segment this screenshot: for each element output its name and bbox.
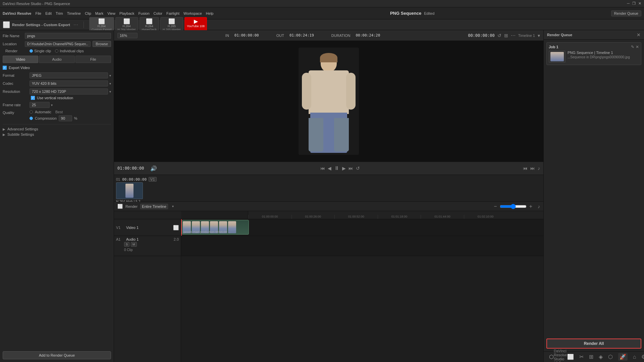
framerate-arrow-icon: ▾ bbox=[51, 103, 53, 107]
bottom-gear-icon[interactable]: ⚙ bbox=[641, 354, 644, 360]
menu-edit[interactable]: Edit bbox=[45, 11, 52, 15]
menu-color[interactable]: Color bbox=[154, 11, 162, 15]
timeline-settings-icon[interactable]: ⬜ bbox=[117, 204, 123, 209]
bottom-color-icon[interactable]: ⬡ bbox=[608, 354, 613, 360]
menu-workspace[interactable]: Workspace bbox=[183, 11, 202, 15]
menu-fusion[interactable]: Fusion bbox=[139, 11, 150, 15]
a1-num: 2.0 bbox=[174, 237, 179, 241]
skip-to-end-btn[interactable]: ⏭ bbox=[348, 166, 353, 171]
file-tab[interactable]: File bbox=[75, 56, 111, 63]
loop-btn[interactable]: ↺ bbox=[356, 166, 360, 171]
zoom-minus-btn[interactable]: − bbox=[494, 203, 497, 209]
location-input[interactable] bbox=[25, 41, 91, 47]
audio-track-top: A1 Audio 1 2.0 bbox=[116, 237, 179, 241]
file-name-label: File Name bbox=[3, 34, 23, 38]
codec-select[interactable]: YUV 420 8 bits bbox=[30, 80, 108, 86]
export-video-row: ✓ Export Video bbox=[3, 66, 111, 70]
grid-icon[interactable]: ⊞ bbox=[504, 33, 508, 38]
render-queue-button[interactable]: Render Queue bbox=[611, 10, 641, 16]
menu-timeline[interactable]: Timeline bbox=[67, 11, 81, 15]
top-right-icons: 00:00:00:00 ↺ ⊞ ⋯ Timeline 1 ▾ bbox=[468, 33, 540, 38]
video-clip[interactable]: pexels-mart-production-9558198 ... bbox=[182, 220, 249, 235]
solo-btn[interactable]: S bbox=[124, 242, 129, 247]
prev-frame-btn[interactable]: ◀ bbox=[328, 166, 331, 171]
settings-icon[interactable]: ⋯ bbox=[511, 33, 516, 38]
mute-btn[interactable]: M bbox=[131, 242, 137, 247]
single-clip-radio[interactable]: Single clip bbox=[30, 49, 51, 53]
preset-yt-label: YouTube 108 bbox=[187, 24, 205, 28]
individual-clips-radio[interactable]: Individual clips bbox=[55, 49, 84, 53]
subtitle-settings-header[interactable]: ▶ Subtitle Settings bbox=[3, 132, 111, 136]
volume-icon[interactable]: 🔊 bbox=[150, 165, 157, 172]
minimize-btn[interactable]: ─ bbox=[627, 1, 630, 6]
use-vertical-checkbox[interactable]: ✓ bbox=[31, 96, 35, 100]
timeline-dropdown-icon[interactable]: ▾ bbox=[538, 33, 540, 38]
menu-trim[interactable]: Trim bbox=[56, 11, 63, 15]
file-name-input[interactable] bbox=[25, 33, 111, 39]
prev-marker-btn[interactable]: ⏮ bbox=[523, 166, 528, 171]
audio-tab[interactable]: Audio bbox=[39, 56, 74, 63]
menu-mark[interactable]: Mark bbox=[95, 11, 103, 15]
edited-badge: Edited bbox=[424, 11, 434, 15]
close-btn[interactable]: ✕ bbox=[638, 1, 641, 6]
preset-hd-icon: ⬜ bbox=[146, 18, 153, 24]
render-queue-content: Job 1 ✎ ✕ PNG Sequence | Timeline 1 ...S… bbox=[544, 40, 644, 336]
preset-custom-label: H.264 bbox=[98, 24, 106, 28]
job-1-edit-btn[interactable]: ✎ bbox=[631, 45, 634, 49]
render-all-button[interactable]: Render All bbox=[546, 339, 641, 349]
restore-btn[interactable]: ❐ bbox=[632, 1, 636, 6]
panel-options-icon[interactable]: ⋯ bbox=[73, 22, 78, 27]
job-1-close-btn[interactable]: ✕ bbox=[636, 45, 639, 49]
menu-clip[interactable]: Clip bbox=[85, 11, 91, 15]
title-bar: DaVinci Resolve Studio - PNG Sequence ─ … bbox=[0, 0, 644, 7]
advanced-settings-header[interactable]: ▶ Advanced Settings bbox=[3, 127, 111, 131]
timecode-in-label: IN bbox=[225, 34, 229, 38]
framerate-select[interactable]: 25 24 30 bbox=[30, 102, 50, 108]
render-mode-select[interactable]: Entire Timeline In/Out Range bbox=[140, 204, 168, 209]
menu-file[interactable]: File bbox=[35, 11, 41, 15]
skip-to-start-btn[interactable]: ⏮ bbox=[320, 166, 325, 171]
window-controls[interactable]: ─ ❐ ✕ bbox=[627, 1, 641, 6]
ruler-tick-3: 01:01:18:00 bbox=[378, 215, 421, 219]
bottom-deliver-icon[interactable]: 🚀 bbox=[618, 353, 628, 361]
menu-view[interactable]: View bbox=[107, 11, 115, 15]
use-vertical-check-icon: ✓ bbox=[32, 96, 34, 100]
audio-icon[interactable]: ♪ bbox=[538, 166, 540, 171]
menu-playback[interactable]: Playback bbox=[119, 11, 135, 15]
render-label: Render bbox=[5, 49, 25, 53]
export-video-checkbox[interactable]: ✓ bbox=[3, 66, 7, 70]
job-1-detail: PNG Sequence | Timeline 1 ...Sequence in… bbox=[549, 51, 639, 63]
job-1-buttons: ✎ ✕ bbox=[631, 45, 639, 49]
ruler-tick-5: 01:02:10:00 bbox=[464, 215, 507, 219]
compression-input[interactable] bbox=[59, 115, 72, 121]
resolution-select[interactable]: 720 x 1280 HD 720P bbox=[30, 88, 108, 95]
add-to-render-queue-button[interactable]: Add to Render Queue bbox=[3, 351, 111, 359]
render-queue-close-btn[interactable]: ✕ bbox=[637, 32, 641, 38]
job-1-thumbnail bbox=[549, 51, 566, 63]
browse-button[interactable]: Browse bbox=[93, 41, 111, 47]
a1-name: Audio 1 bbox=[126, 237, 172, 241]
format-select[interactable]: JPEG PNG TIFF bbox=[30, 72, 108, 78]
zoom-select[interactable]: 16% 25% 50% 100% bbox=[117, 33, 138, 38]
play-pause-btn[interactable]: ⏸ bbox=[334, 165, 339, 171]
bottom-media-icon[interactable]: ⬜ bbox=[567, 354, 574, 360]
bottom-cut-icon[interactable]: ✂ bbox=[579, 354, 584, 360]
video-tab[interactable]: Video bbox=[3, 56, 38, 63]
job-1-info: PNG Sequence | Timeline 1 ...Sequence in… bbox=[568, 51, 639, 59]
bottom-fusion-icon[interactable]: ◈ bbox=[599, 354, 603, 360]
bottom-edit-icon[interactable]: ⊞ bbox=[589, 354, 593, 360]
menu-help[interactable]: Help bbox=[206, 11, 214, 15]
next-marker-btn[interactable]: ⏭ bbox=[530, 166, 535, 171]
framerate-row: Frame rate 25 24 30 ▾ bbox=[3, 102, 111, 108]
zoom-slider[interactable] bbox=[500, 204, 527, 209]
zoom-plus-btn[interactable]: + bbox=[529, 203, 532, 209]
refresh-icon[interactable]: ↺ bbox=[497, 33, 501, 38]
v1-id: V1 bbox=[116, 226, 124, 230]
timeline-audio-icon[interactable]: ♪ bbox=[538, 204, 540, 209]
clip-timecode: 00:00:00:00 bbox=[122, 177, 147, 182]
advanced-settings-arrow-icon: ▶ bbox=[3, 127, 5, 131]
bottom-home-icon[interactable]: ⌂ bbox=[633, 354, 636, 360]
v1-settings-icon[interactable]: ⬜ bbox=[173, 225, 179, 230]
menu-fairlight[interactable]: Fairlight bbox=[166, 11, 179, 15]
next-frame-btn[interactable]: ▶ bbox=[342, 166, 346, 171]
